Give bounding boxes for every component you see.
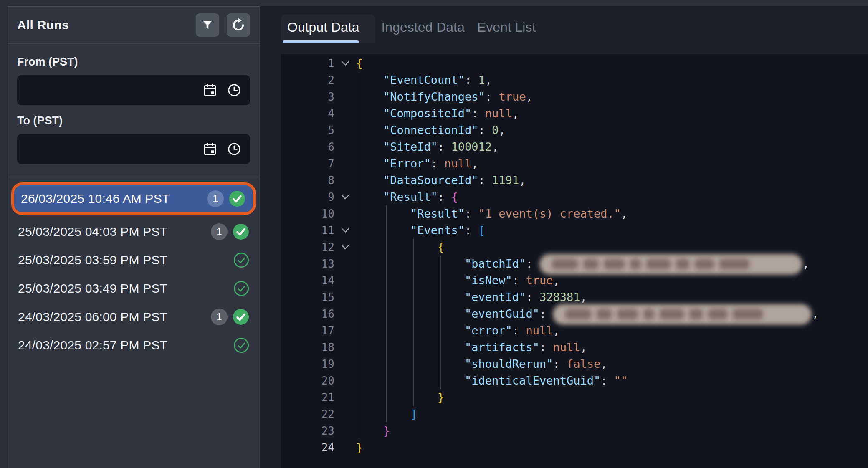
- run-timestamp: 24/03/2025 06:00 PM PST: [18, 310, 211, 324]
- code-content: "artifacts": null,: [356, 339, 868, 356]
- code-line: 1{: [281, 55, 868, 72]
- gutter-fold-slot: [334, 256, 356, 272]
- code-line: 6"SiteId": 100012,: [281, 139, 868, 155]
- chevron-down-icon[interactable]: [341, 225, 349, 233]
- run-list-item[interactable]: 25/03/2025 03:59 PM PST: [8, 246, 259, 274]
- indent-guide: [359, 339, 359, 356]
- indent-guide: [359, 272, 359, 289]
- calendar-icon[interactable]: [202, 83, 218, 98]
- code-content: {: [356, 239, 868, 256]
- from-input[interactable]: [25, 84, 193, 97]
- token-key: "isNew": [465, 274, 512, 287]
- chevron-down-icon[interactable]: [341, 58, 349, 66]
- token-pun: ,: [621, 207, 628, 220]
- sidebar-title: All Runs: [17, 18, 188, 32]
- tab-event-list[interactable]: Event List: [471, 15, 542, 43]
- token-str: "": [614, 374, 628, 387]
- redacted-value: [539, 254, 802, 275]
- runs-sidebar: All Runs From (PST): [8, 6, 260, 468]
- tab-output-data[interactable]: Output Data: [281, 15, 375, 43]
- indent-guide: [359, 322, 359, 339]
- code-content: "CompositeId": null,: [356, 105, 868, 122]
- indent-guide: [359, 422, 359, 439]
- code-line: 19"shouldRerun": false,: [281, 356, 868, 372]
- token-key: "batchId": [465, 257, 526, 270]
- blur-blob: [597, 309, 612, 319]
- code-line: 5"ConnectionId": 0,: [281, 122, 868, 139]
- run-list-item[interactable]: 24/03/2025 06:00 PM PST1: [8, 303, 259, 331]
- run-list-item[interactable]: 25/03/2025 03:49 PM PST: [8, 274, 259, 303]
- line-number: 10: [281, 205, 334, 222]
- token-kw: null: [485, 107, 512, 120]
- line-number: 17: [281, 322, 334, 339]
- code-content: "error": null,: [356, 322, 868, 339]
- code-content: "EventCount": 1,: [356, 72, 868, 89]
- token-key: "CompositeId": [383, 107, 471, 120]
- gutter-fold-slot: [334, 105, 356, 122]
- tab-ingested-data[interactable]: Ingested Data: [375, 15, 471, 43]
- run-list-item[interactable]: 26/03/2025 10:46 AM PST1: [14, 185, 253, 212]
- line-number: 24: [281, 439, 334, 456]
- code-line: 13"batchId": ,: [281, 256, 868, 272]
- filter-button[interactable]: [196, 13, 219, 37]
- clock-icon[interactable]: [227, 83, 242, 98]
- to-field[interactable]: [17, 134, 250, 164]
- run-list-item[interactable]: 25/03/2025 04:03 PM PST1: [8, 218, 259, 246]
- gutter-fold-slot: [334, 356, 356, 372]
- indent-guide: [440, 356, 441, 372]
- code-content: "Result": "1 event(s) created.",: [356, 205, 868, 222]
- line-number: 1: [281, 55, 334, 72]
- line-number: 21: [281, 389, 334, 406]
- gutter-fold-slot: [334, 422, 356, 439]
- token-key: "eventGuid": [465, 307, 539, 320]
- blur-blob: [646, 259, 671, 269]
- code-line: 22]: [281, 406, 868, 422]
- line-number: 16: [281, 306, 334, 322]
- indent-guide: [386, 306, 387, 322]
- indent-guide: [359, 389, 359, 406]
- indent-guide: [386, 222, 387, 239]
- gutter-fold-slot: [334, 222, 356, 239]
- code-content: "shouldRerun": false,: [356, 356, 868, 372]
- clock-icon[interactable]: [227, 142, 242, 157]
- token-pun: :: [526, 257, 539, 270]
- indent-guide: [413, 356, 414, 372]
- refresh-button[interactable]: [227, 13, 250, 37]
- code-line: 15"eventId": 328381,: [281, 289, 868, 306]
- gutter-fold-slot: [334, 439, 356, 456]
- code-line: 10"Result": "1 event(s) created.",: [281, 205, 868, 222]
- gutter-fold-slot: [334, 272, 356, 289]
- token-pun: ,: [499, 124, 505, 137]
- from-field[interactable]: [17, 75, 250, 105]
- indent-guide: [359, 155, 359, 172]
- to-input[interactable]: [25, 143, 193, 156]
- token-pun: :: [539, 341, 553, 354]
- tab-label: Ingested Data: [382, 20, 465, 35]
- token-num: 1: [478, 73, 485, 86]
- line-number: 11: [281, 222, 334, 239]
- token-pun: ,: [471, 157, 478, 170]
- indent-guide: [413, 372, 414, 389]
- chevron-down-icon[interactable]: [341, 241, 349, 250]
- indent-guide: [359, 306, 359, 322]
- success-check-icon: [233, 223, 249, 240]
- gutter-fold-slot: [334, 172, 356, 189]
- indent-guide: [359, 222, 359, 239]
- indent-guide: [386, 389, 387, 406]
- token-key: "identicalEventGuid": [465, 374, 600, 387]
- code-content: }: [356, 389, 868, 406]
- code-content: }: [356, 422, 868, 439]
- gutter-fold-slot: [334, 239, 356, 256]
- run-timestamp: 25/03/2025 03:59 PM PST: [18, 253, 233, 267]
- line-number: 7: [281, 155, 334, 172]
- token-pun: ,: [580, 341, 587, 354]
- indent-guide: [359, 89, 359, 105]
- calendar-icon[interactable]: [202, 142, 218, 157]
- sidebar-header: All Runs: [8, 7, 259, 44]
- indent-guide: [359, 356, 359, 372]
- code-line: 24}: [281, 439, 868, 456]
- chevron-down-icon[interactable]: [341, 191, 349, 200]
- token-pun: ,: [492, 140, 499, 153]
- run-list-item[interactable]: 24/03/2025 02:57 PM PST: [8, 331, 259, 359]
- line-number: 19: [281, 356, 334, 372]
